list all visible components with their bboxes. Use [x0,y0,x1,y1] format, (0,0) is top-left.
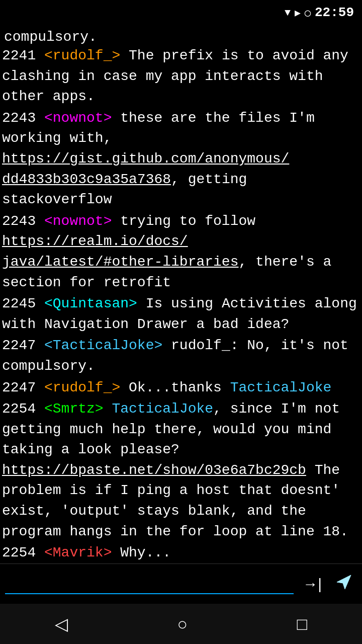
msg-num: 2241 [2,48,44,63]
input-bar: →| [0,564,362,604]
msg-text [104,401,112,417]
msg-num: 2247 [2,380,44,395]
msg-user: <nownot> [44,213,112,229]
msg-num: 2243 [2,213,44,229]
list-item: 2243 <nownot> trying to follow https://r… [2,211,360,293]
msg-user: <rudolf_> [44,380,120,395]
compulsory-line: compulsory. [2,29,360,45]
wifi-icon: ▼ [285,7,291,19]
chat-input[interactable] [5,574,294,594]
list-item: 2254 <Smrtz> TacticalJoke, since I'm not… [2,399,360,542]
list-item: 2243 <nownot> these are the files I'm wo… [2,108,360,210]
msg-user: <nownot> [44,110,112,126]
back-button[interactable]: ◁ [43,610,80,638]
msg-mention: TacticalJoke [230,380,332,395]
signal-icon: ▶ [295,7,301,19]
nav-bar: ◁ ○ □ [0,604,362,644]
home-button[interactable]: ○ [165,610,200,638]
list-item: 2247 <rudolf_> Ok...thanks TacticalJoke [2,378,360,398]
msg-link[interactable]: https://gist.github.com/anonymous/dd4833… [2,151,289,187]
msg-num: 2254 [2,545,44,560]
msg-user: <Mavrik> [44,545,112,560]
msg-num: 2247 [2,338,44,353]
status-icons: ▼ ▶ ◯ 22:59 [285,5,354,20]
list-item: 2247 <TacticalJoke> rudolf_: No, it's no… [2,336,360,376]
msg-user: <Quintasan> [44,296,137,311]
msg-user: <TacticalJoke> [44,338,162,353]
battery-icon: ◯ [305,7,311,19]
recent-button[interactable]: □ [285,610,320,638]
list-item: 2245 <Quintasan> Is using Activities alo… [2,294,360,335]
msg-mention: TacticalJoke [112,401,213,417]
list-item: 2241 <rudolf_> The prefix is to avoid an… [2,46,360,107]
msg-text: Ok...thanks [120,380,230,395]
msg-num: 2245 [2,296,44,311]
msg-num: 2243 [2,110,44,126]
msg-link3[interactable]: https://bpaste.net/show/03e6a7bc29cb [2,462,306,478]
status-bar: ▼ ▶ ◯ 22:59 [0,0,362,25]
msg-text2: , since I'm not getting much help there,… [2,401,348,539]
msg-user: <rudolf_> [44,48,120,63]
msg-num: 2254 [2,401,44,417]
list-item: 2254 <Mavrik> Why... [2,543,360,564]
tab-button[interactable]: →| [299,574,326,595]
status-time: 22:59 [315,5,354,20]
send-button[interactable] [331,571,357,597]
msg-link2[interactable]: https://realm.io/docs/java/latest/#other… [2,233,238,270]
msg-user: <Smrtz> [44,401,104,417]
chat-area: compulsory. 2241 <rudolf_> The prefix is… [0,25,362,564]
msg-text: Why... [112,545,171,560]
